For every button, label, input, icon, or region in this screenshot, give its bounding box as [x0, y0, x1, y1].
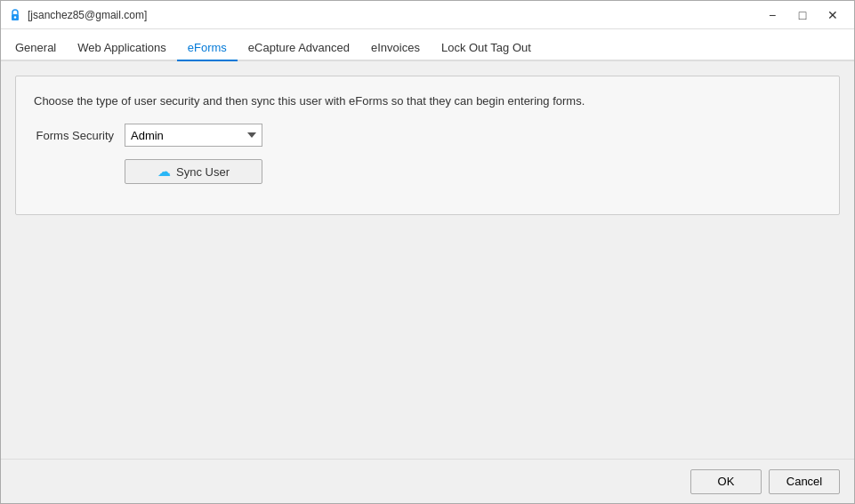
tab-einvoices[interactable]: eInvoices	[360, 36, 431, 61]
tab-ecapture-advanced[interactable]: eCapture Advanced	[238, 36, 360, 61]
window-controls: − □ ✕	[758, 4, 847, 26]
tab-lock-out-tag-out[interactable]: Lock Out Tag Out	[431, 36, 542, 61]
window-title: [jsanchez85@gmail.com]	[28, 9, 758, 21]
sync-user-button[interactable]: ☁ Sync User	[125, 159, 262, 184]
content-area: Choose the type of user security and the…	[1, 61, 854, 459]
tab-general[interactable]: General	[4, 36, 67, 61]
tab-eforms[interactable]: eForms	[177, 36, 238, 61]
tab-web-applications[interactable]: Web Applications	[67, 36, 177, 61]
forms-security-row: Forms Security Admin Standard Read Only	[34, 124, 821, 147]
description-text: Choose the type of user security and the…	[34, 94, 821, 108]
title-bar: [jsanchez85@gmail.com] − □ ✕	[1, 1, 854, 29]
tab-bar: General Web Applications eForms eCapture…	[1, 29, 854, 61]
forms-security-label: Forms Security	[34, 129, 114, 142]
sync-user-label: Sync User	[176, 165, 230, 179]
forms-security-select[interactable]: Admin Standard Read Only	[125, 124, 262, 147]
close-button[interactable]: ✕	[819, 4, 847, 26]
cloud-upload-icon: ☁	[157, 164, 171, 180]
main-window: [jsanchez85@gmail.com] − □ ✕ General Web…	[0, 0, 855, 504]
maximize-button[interactable]: □	[788, 4, 817, 26]
sync-user-row: ☁ Sync User	[34, 159, 821, 184]
minimize-button[interactable]: −	[758, 4, 786, 26]
bottom-bar: OK Cancel	[1, 459, 854, 503]
svg-point-1	[14, 16, 16, 18]
ok-button[interactable]: OK	[690, 469, 762, 494]
cancel-button[interactable]: Cancel	[769, 469, 840, 494]
app-icon	[8, 8, 22, 22]
eforms-panel: Choose the type of user security and the…	[15, 76, 840, 215]
